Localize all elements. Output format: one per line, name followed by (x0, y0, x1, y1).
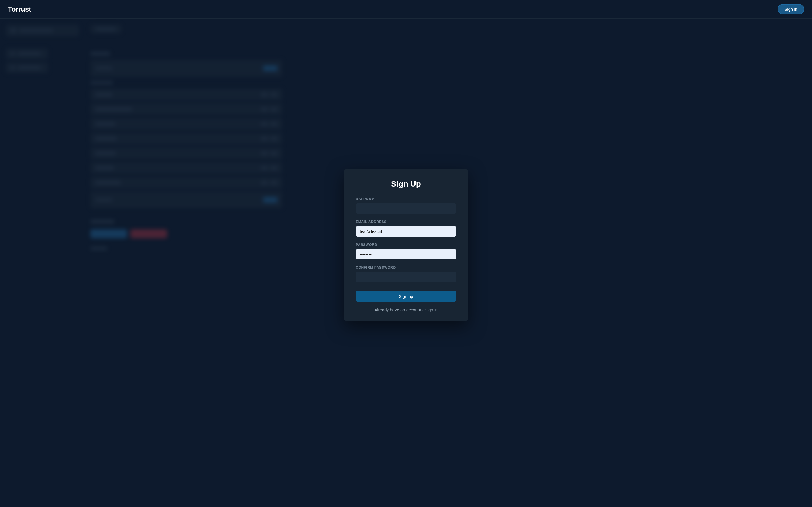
confirm-password-input[interactable] (356, 272, 456, 282)
signup-submit-button[interactable]: Sign up (356, 291, 456, 302)
email-label: EMAIL ADDRESS (356, 220, 456, 224)
modal-footer: Already have an account? Sign in (356, 307, 456, 312)
signup-modal: Sign Up USERNAME EMAIL ADDRESS PASSWORD … (344, 169, 468, 321)
email-input[interactable] (356, 226, 456, 236)
modal-title: Sign Up (356, 179, 456, 188)
username-input[interactable] (356, 203, 456, 214)
confirm-password-label: CONFIRM PASSWORD (356, 266, 456, 270)
password-label: PASSWORD (356, 243, 456, 247)
password-input[interactable] (356, 249, 456, 260)
username-label: USERNAME (356, 197, 456, 201)
footer-text: Already have an account? (374, 307, 425, 312)
modal-overlay: Sign Up USERNAME EMAIL ADDRESS PASSWORD … (0, 0, 812, 507)
signin-link[interactable]: Sign in (425, 307, 438, 312)
